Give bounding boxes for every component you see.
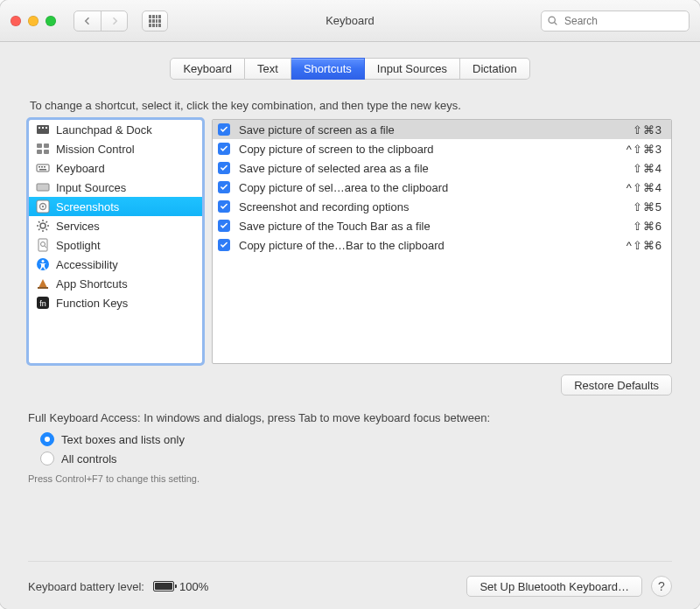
shortcut-checkbox[interactable] (218, 162, 230, 174)
shortcut-key[interactable]: ⇧⌘3 (633, 123, 662, 136)
category-launchpad-dock[interactable]: Launchpad & Dock (29, 120, 202, 139)
shortcut-row[interactable]: Save picture of selected area as a file … (213, 158, 671, 178)
fn-icon (36, 296, 50, 310)
tab-input-sources[interactable]: Input Sources (365, 58, 460, 80)
category-spotlight[interactable]: Spotlight (29, 235, 202, 255)
keyboard-icon (36, 161, 50, 175)
shortcut-key[interactable]: ^⇧⌘6 (626, 239, 662, 252)
full-keyboard-access: Full Keyboard Access: In windows and dia… (28, 411, 672, 484)
tab-dictation[interactable]: Dictation (460, 58, 530, 80)
shortcut-label: Copy picture of sel…area to the clipboar… (239, 181, 618, 194)
shortcut-row[interactable]: Copy picture of the…Bar to the clipboard… (213, 235, 671, 255)
category-services[interactable]: Services (29, 216, 202, 235)
shortcut-label: Save picture of selected area as a file (239, 162, 624, 175)
shortcut-label: Screenshot and recording options (239, 200, 624, 214)
mission-icon (36, 142, 50, 156)
category-list[interactable]: Launchpad & DockMission ControlKeyboardI… (28, 119, 203, 364)
category-label: Keyboard (56, 162, 105, 175)
category-label: Launchpad & Dock (56, 123, 152, 136)
window-title: Keyboard (326, 14, 374, 27)
category-app-shortcuts[interactable]: App Shortcuts (29, 274, 202, 293)
shortcut-label: Copy picture of the…Bar to the clipboard (239, 239, 618, 252)
grid-icon (149, 15, 161, 27)
shortcut-checkbox[interactable] (218, 123, 230, 136)
category-label: Input Sources (56, 181, 126, 194)
category-label: Mission Control (56, 143, 135, 156)
shortcut-checkbox[interactable] (218, 181, 230, 193)
gear-icon (36, 219, 50, 233)
screenshot-icon (36, 200, 50, 214)
battery-icon (153, 581, 174, 592)
shortcut-row[interactable]: Copy picture of screen to the clipboard … (213, 139, 671, 158)
spotlight-icon (36, 238, 50, 252)
back-button[interactable] (74, 11, 101, 31)
battery-indicator: 100% (153, 580, 208, 593)
radio-label: Text boxes and lists only (61, 433, 185, 446)
battery-label: Keyboard battery level: (28, 580, 144, 593)
app-icon (36, 276, 50, 290)
shortcut-row[interactable]: Screenshot and recording options ⇧⌘5 (213, 197, 671, 216)
category-label: App Shortcuts (56, 277, 128, 290)
shortcuts-panels: Launchpad & DockMission ControlKeyboardI… (28, 119, 672, 364)
category-function-keys[interactable]: Function Keys (29, 293, 202, 312)
launchpad-icon (36, 122, 50, 136)
close-window-button[interactable] (10, 16, 21, 26)
tab-keyboard[interactable]: Keyboard (170, 58, 245, 80)
show-all-prefs-button[interactable] (142, 10, 168, 32)
radio-button[interactable] (40, 452, 54, 466)
nav-segmented (74, 10, 128, 32)
prefs-content: KeyboardTextShortcutsInput SourcesDictat… (0, 42, 700, 609)
instruction-text: To change a shortcut, select it, click t… (30, 99, 672, 112)
help-button[interactable]: ? (651, 576, 672, 597)
shortcut-label: Save picture of the Touch Bar as a file (239, 220, 624, 233)
shortcut-checkbox[interactable] (218, 239, 230, 251)
shortcut-row[interactable]: Copy picture of sel…area to the clipboar… (213, 178, 671, 197)
radio-button[interactable] (40, 432, 54, 446)
shortcut-key[interactable]: ⇧⌘6 (633, 220, 662, 233)
shortcut-list[interactable]: Save picture of screen as a file ⇧⌘3 Cop… (212, 119, 672, 364)
shortcut-checkbox[interactable] (218, 143, 230, 155)
search-icon (547, 15, 558, 26)
shortcut-key[interactable]: ⇧⌘5 (633, 200, 662, 214)
shortcut-row[interactable]: Save picture of the Touch Bar as a file … (213, 216, 671, 235)
input-icon (36, 180, 50, 194)
accessibility-icon (36, 257, 50, 271)
radio-label: All controls (61, 452, 117, 466)
fka-footnote: Press Control+F7 to change this setting. (28, 473, 672, 484)
restore-defaults-button[interactable]: Restore Defaults (561, 374, 672, 396)
shortcut-key[interactable]: ^⇧⌘4 (626, 181, 662, 194)
category-label: Screenshots (56, 200, 119, 214)
category-accessibility[interactable]: Accessibility (29, 255, 202, 274)
minimize-window-button[interactable] (28, 16, 38, 26)
footer: Keyboard battery level: 100% Set Up Blue… (28, 561, 672, 597)
window-titlebar: Keyboard (0, 0, 700, 42)
shortcut-label: Copy picture of screen to the clipboard (239, 143, 618, 156)
bluetooth-setup-button[interactable]: Set Up Bluetooth Keyboard… (466, 576, 642, 597)
forward-button[interactable] (101, 11, 127, 31)
search-input[interactable] (563, 14, 697, 28)
tab-text[interactable]: Text (245, 58, 291, 80)
shortcut-checkbox[interactable] (218, 220, 230, 232)
fka-option[interactable]: Text boxes and lists only (40, 430, 672, 449)
category-label: Spotlight (56, 239, 101, 252)
category-mission-control[interactable]: Mission Control (29, 139, 202, 158)
category-label: Accessibility (56, 258, 118, 271)
category-keyboard[interactable]: Keyboard (29, 158, 202, 178)
category-screenshots[interactable]: Screenshots (29, 197, 202, 216)
search-field[interactable] (541, 10, 690, 32)
zoom-window-button[interactable] (46, 16, 56, 26)
battery-percent: 100% (179, 580, 208, 593)
shortcut-key[interactable]: ^⇧⌘3 (626, 143, 662, 156)
category-input-sources[interactable]: Input Sources (29, 178, 202, 197)
shortcut-label: Save picture of screen as a file (239, 123, 624, 136)
tab-shortcuts[interactable]: Shortcuts (291, 58, 365, 80)
shortcut-key[interactable]: ⇧⌘4 (633, 162, 662, 175)
fka-option[interactable]: All controls (40, 449, 672, 468)
fka-title: Full Keyboard Access: In windows and dia… (28, 411, 672, 424)
pref-tabs: KeyboardTextShortcutsInput SourcesDictat… (28, 58, 672, 80)
category-label: Services (56, 220, 100, 233)
window-controls (10, 16, 56, 26)
shortcut-checkbox[interactable] (218, 200, 230, 213)
category-label: Function Keys (56, 297, 128, 310)
shortcut-row[interactable]: Save picture of screen as a file ⇧⌘3 (213, 120, 671, 139)
